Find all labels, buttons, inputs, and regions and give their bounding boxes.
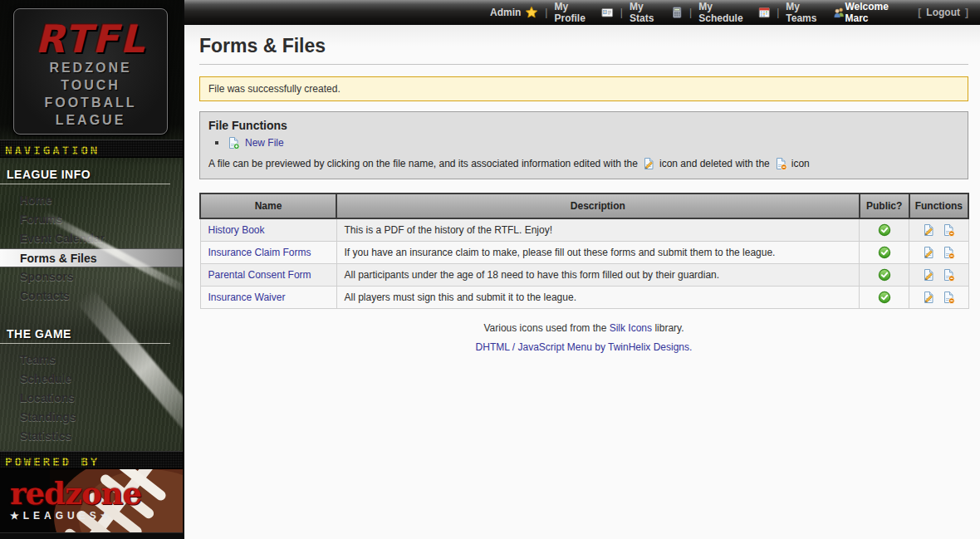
column-header-name: Name [200, 194, 336, 218]
delete-file-icon[interactable] [942, 223, 955, 237]
powered-by-banner: POWERED BY [0, 451, 183, 469]
menu-item-my-schedule[interactable]: My Schedule [698, 1, 770, 24]
edit-file-icon[interactable] [922, 268, 935, 282]
sidebar-item-home[interactable]: Home [0, 191, 183, 210]
topbar: Admin | My Profile | My Stats | My Sched… [184, 0, 980, 25]
credits-twinhelix: DHTML / JavaScript Menu by TwinHelix Des… [199, 341, 968, 353]
menu-item-my-schedule-label: My Schedule [698, 1, 753, 24]
the-game-section: THE GAME Teams Schedule Locations Standi… [0, 317, 183, 446]
menu-item-my-teams-label: My Teams [786, 1, 829, 24]
file-description: This is a PDF of the history of the RTFL… [336, 218, 860, 242]
page-edit-icon [642, 157, 655, 170]
twinhelix-link[interactable]: DHTML / JavaScript Menu by TwinHelix Des… [476, 341, 693, 353]
menu-item-my-profile-label: My Profile [554, 1, 597, 24]
table-row: Insurance Claim Forms If you have an ins… [200, 242, 968, 264]
menu-item-admin-label: Admin [490, 7, 521, 18]
list-bullet [215, 141, 218, 145]
rtfl-logo-line: FOOTBALL [14, 94, 167, 111]
sidebar-item-statistics[interactable]: Statistics [0, 427, 183, 446]
menu-separator: | [777, 7, 779, 18]
page-title: Forms & Files [199, 35, 968, 57]
file-name-link[interactable]: Insurance Claim Forms [208, 247, 311, 258]
sidebar-item-contacts[interactable]: Contacts [0, 287, 183, 306]
main-content: Forms & Files File was successfully crea… [184, 25, 980, 539]
rtfl-logo-line: REDZONE [14, 59, 167, 76]
logout-bracket: ] [965, 7, 968, 18]
edit-file-icon[interactable] [922, 223, 935, 237]
menu-separator: | [545, 7, 547, 18]
calendar-icon [758, 6, 771, 19]
column-header-functions: Functions [909, 194, 968, 218]
help-text-before: A file can be previewed by clicking on t… [208, 158, 638, 169]
file-description: If you have an insurance claim to make, … [336, 242, 860, 264]
the-game-heading: THE GAME [0, 326, 170, 344]
vcard-icon [601, 6, 613, 19]
rtfl-logo-line: LEAGUE [14, 111, 167, 129]
sidebar-item-forums[interactable]: Forums [0, 210, 183, 229]
file-description: All players must sign this and submit it… [336, 287, 860, 309]
help-text-mid: icon and deleted with the [659, 158, 770, 169]
menu-item-my-profile[interactable]: My Profile [554, 1, 613, 24]
files-table: Name Description Public? Functions Histo… [199, 193, 969, 309]
public-accept-icon [878, 291, 891, 304]
table-row: History Book This is a PDF of the histor… [200, 218, 968, 242]
help-text-after: icon [791, 158, 810, 169]
league-info-section: LEAGUE INFO Home Forums Event Calendar F… [0, 158, 183, 306]
edit-file-icon[interactable] [922, 291, 935, 304]
sidebar-item-forms-files[interactable]: Forms & Files [0, 248, 183, 267]
delete-file-icon[interactable] [942, 246, 955, 259]
credits-silk-icons: Various icons used from the Silk Icons l… [199, 322, 968, 334]
column-header-description: Description [336, 194, 860, 218]
leagues-logo-text: ★LEAGUES★ [10, 510, 141, 522]
league-logo: RTFL REDZONE TOUCH FOOTBALL LEAGUE [0, 0, 183, 140]
delete-file-icon[interactable] [942, 291, 955, 304]
credits-text-after: library. [654, 322, 684, 334]
navigation-banner-label: NAVIGATION [5, 144, 100, 157]
powered-by-label: POWERED BY [5, 455, 100, 468]
sidebar-item-sponsors[interactable]: Sponsors [0, 267, 183, 287]
group-icon [833, 6, 845, 19]
file-name-link[interactable]: Insurance Waiver [208, 292, 286, 303]
file-functions-panel: File Functions New File A file can be pr… [199, 111, 968, 179]
edit-file-icon[interactable] [922, 246, 935, 259]
sidebar-item-event-calendar[interactable]: Event Calendar [0, 229, 183, 248]
topbar-user-area: Welcome Marc [ Logout ] [845, 1, 968, 24]
menu-item-my-teams[interactable]: My Teams [786, 1, 845, 24]
table-row: Insurance Waiver All players must sign t… [200, 287, 968, 309]
star-icon [525, 6, 538, 19]
menu-item-my-stats[interactable]: My Stats [630, 1, 683, 24]
redzone-leagues-logo-area: redzone ★LEAGUES★ [0, 469, 183, 539]
sidebar-item-locations[interactable]: Locations [0, 389, 183, 408]
sidebar-item-schedule[interactable]: Schedule [0, 370, 183, 389]
new-file-link[interactable]: New File [245, 137, 284, 149]
logout-link[interactable]: Logout [926, 7, 960, 18]
column-header-public: Public? [860, 194, 909, 218]
delete-file-icon[interactable] [942, 268, 955, 282]
public-accept-icon [878, 246, 891, 259]
page-delete-icon [774, 157, 787, 170]
file-functions-heading: File Functions [208, 119, 959, 132]
file-name-link[interactable]: Parental Consent Form [208, 269, 311, 281]
redzone-logo-text: redzone [10, 478, 141, 509]
menu-separator: | [689, 7, 692, 18]
sidebar-footer-strip [0, 532, 183, 539]
calculator-icon [671, 6, 683, 19]
menu-separator: | [620, 7, 623, 18]
sidebar-item-teams[interactable]: Teams [0, 350, 183, 370]
sidebar: RTFL REDZONE TOUCH FOOTBALL LEAGUE NAVIG… [0, 0, 184, 539]
menu-item-admin[interactable]: Admin [490, 6, 538, 19]
silk-icons-link[interactable]: Silk Icons [610, 322, 652, 334]
welcome-message: Welcome Marc [845, 1, 906, 24]
redzone-leagues-logo: redzone ★LEAGUES★ [10, 478, 141, 522]
navigation-banner: NAVIGATION [0, 140, 183, 158]
page-add-icon [227, 136, 240, 149]
league-info-heading: LEAGUE INFO [0, 166, 170, 184]
sidebar-item-standings[interactable]: Standings [0, 408, 183, 427]
success-notice: File was successfully created. [199, 76, 968, 101]
logout-bracket: [ [918, 7, 921, 18]
new-file-row: New File [215, 136, 959, 149]
title-divider [199, 64, 968, 65]
file-name-link[interactable]: History Book [208, 224, 265, 236]
menu-item-my-stats-label: My Stats [630, 1, 667, 24]
rtfl-logo-line: TOUCH [14, 76, 167, 94]
